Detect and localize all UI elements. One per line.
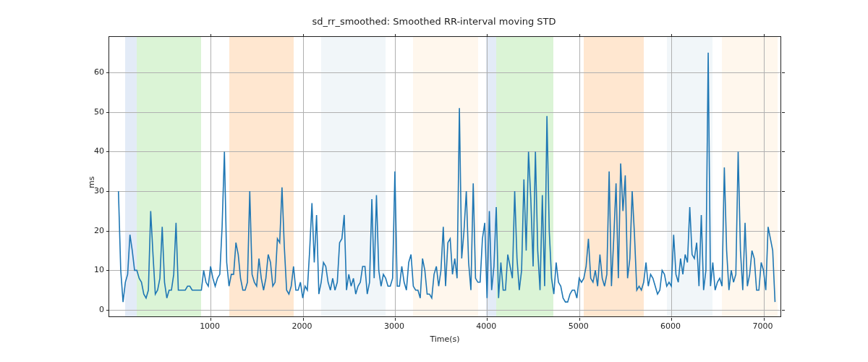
y-tick-label: 0 (88, 305, 104, 314)
y-tick (106, 270, 109, 271)
x-tick (303, 34, 304, 37)
y-tick (782, 112, 785, 113)
y-tick (106, 231, 109, 232)
x-tick-label: 3000 (384, 321, 404, 331)
x-tick (210, 34, 211, 37)
y-tick-label: 60 (88, 67, 104, 77)
x-tick (671, 318, 672, 321)
x-tick (579, 34, 580, 37)
y-tick (106, 191, 109, 192)
x-tick-label: 1000 (200, 321, 220, 331)
x-tick-label: 5000 (569, 321, 589, 331)
y-tick (106, 151, 109, 152)
series-path (119, 53, 775, 302)
y-tick (106, 72, 109, 73)
axes (109, 36, 781, 317)
x-tick (487, 34, 488, 37)
x-tick (764, 318, 765, 321)
x-tick (579, 318, 580, 321)
y-tick (106, 112, 109, 113)
figure: sd_rr_smoothed: Smoothed RR-interval mov… (0, 0, 868, 362)
y-tick (782, 72, 785, 73)
x-tick (395, 318, 396, 321)
chart-title: sd_rr_smoothed: Smoothed RR-interval mov… (0, 16, 868, 27)
series-line (109, 37, 780, 316)
y-axis-label: ms (87, 177, 96, 188)
x-tick-label: 6000 (660, 321, 681, 331)
y-tick (782, 310, 785, 311)
x-axis-label: Time(s) (430, 334, 459, 344)
y-tick (782, 151, 785, 152)
x-tick-label: 4000 (476, 321, 496, 331)
y-tick (782, 231, 785, 232)
x-tick-label: 7000 (753, 321, 773, 331)
y-tick (782, 270, 785, 271)
x-tick-label: 2000 (292, 321, 312, 331)
x-tick (395, 34, 396, 37)
plot-area (109, 37, 780, 316)
y-tick-label: 10 (88, 265, 104, 274)
x-tick (487, 318, 488, 321)
y-tick-label: 20 (88, 225, 104, 235)
y-tick-label: 40 (88, 146, 104, 156)
x-tick (210, 318, 211, 321)
x-tick (764, 34, 765, 37)
y-tick (782, 191, 785, 192)
x-tick (303, 318, 304, 321)
y-tick-label: 50 (88, 106, 104, 116)
x-tick (671, 34, 672, 37)
y-tick (106, 310, 109, 311)
